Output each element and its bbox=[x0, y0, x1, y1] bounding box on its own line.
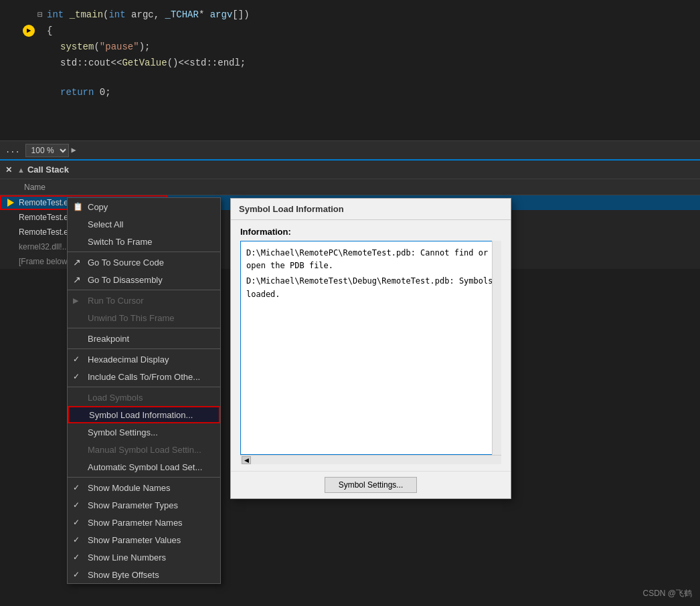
debug-arrow: ► bbox=[23, 25, 35, 37]
go-disassembly-icon: ↗ bbox=[73, 274, 81, 285]
menu-label-go-disassembly: Go To Disassembly bbox=[88, 275, 163, 285]
menu-item-manual-symbol: Manual Symbol Load Settin... bbox=[68, 441, 220, 458]
code-line-2: { ► bbox=[0, 23, 700, 39]
code-line-6: return 0; bbox=[0, 84, 700, 100]
run-cursor-icon: ▶ bbox=[73, 296, 78, 305]
menu-label-include-calls: Include Calls To/From Othe... bbox=[88, 372, 200, 382]
menu-label-symbol-load-info: Symbol Load Information... bbox=[89, 410, 193, 420]
menu-label-manual-symbol: Manual Symbol Load Settin... bbox=[88, 445, 201, 455]
dialog-hscroll: ◀ bbox=[240, 455, 501, 464]
menu-label-select-all: Select All bbox=[88, 219, 123, 229]
menu-label-unwind: Unwind To This Frame bbox=[88, 313, 175, 323]
collapse-up-icon[interactable]: ▲ bbox=[17, 166, 25, 174]
menu-item-select-all[interactable]: Select All bbox=[68, 215, 220, 233]
zoom-select[interactable]: 100 % 75 % 150 % bbox=[25, 144, 69, 157]
dialog-footer: Symbol Settings... bbox=[231, 471, 511, 498]
menu-item-show-param-values[interactable]: ✓ Show Parameter Values bbox=[68, 531, 220, 548]
menu-label-auto-symbol: Automatic Symbol Load Set... bbox=[88, 462, 202, 472]
menu-item-unwind: Unwind To This Frame bbox=[68, 309, 220, 326]
ellipsis-label: ... bbox=[5, 146, 20, 155]
dialog-info-label: Information: bbox=[240, 227, 501, 237]
menu-item-show-module-names[interactable]: ✓ Show Module Names bbox=[68, 479, 220, 496]
menu-item-include-calls[interactable]: ✓ Include Calls To/From Othe... bbox=[68, 368, 220, 385]
collapse-icon: ⊟ bbox=[37, 9, 43, 20]
code-line-3: system ( "pause" ); bbox=[0, 39, 700, 55]
separator-5 bbox=[68, 387, 220, 387]
menu-label-go-source: Go To Source Code bbox=[88, 258, 164, 268]
current-frame-icon bbox=[5, 197, 16, 208]
context-menu: 📋 Copy Select All Switch To Frame ↗ Go T… bbox=[67, 197, 221, 584]
check-include-calls: ✓ bbox=[73, 372, 80, 381]
menu-label-symbol-settings: Symbol Settings... bbox=[88, 427, 158, 437]
check-param-values: ✓ bbox=[73, 535, 80, 544]
dialog-body: Information: D:\Michael\RemotePC\RemoteT… bbox=[231, 220, 511, 471]
separator-1 bbox=[68, 251, 220, 252]
call-stack-columns: Name bbox=[0, 179, 700, 195]
separator-2 bbox=[68, 290, 220, 290]
menu-label-show-param-names: Show Parameter Names bbox=[88, 518, 183, 528]
check-hex: ✓ bbox=[73, 355, 80, 364]
menu-item-hex-display[interactable]: ✓ Hexadecimal Display bbox=[68, 350, 220, 368]
menu-item-copy[interactable]: 📋 Copy bbox=[68, 198, 220, 215]
menu-label-switch-frame: Switch To Frame bbox=[88, 237, 153, 247]
menu-item-show-byte-offsets[interactable]: ✓ Show Byte Offsets bbox=[68, 566, 220, 583]
menu-item-load-symbols: Load Symbols bbox=[68, 389, 220, 406]
dialog-title: Symbol Load Information bbox=[231, 199, 511, 220]
close-panel-button[interactable]: ✕ bbox=[5, 165, 12, 175]
copy-icon: 📋 bbox=[73, 202, 83, 211]
menu-item-symbol-settings[interactable]: Symbol Settings... bbox=[68, 423, 220, 441]
menu-item-switch-frame[interactable]: Switch To Frame bbox=[68, 233, 220, 250]
symbol-load-dialog: Symbol Load Information Information: D:\… bbox=[230, 198, 511, 499]
watermark: CSDN @飞鹤 bbox=[642, 588, 692, 599]
dialog-title-text: Symbol Load Information bbox=[239, 204, 344, 214]
menu-label-breakpoint: Breakpoint bbox=[88, 334, 129, 344]
call-stack-title: Call Stack bbox=[27, 165, 69, 175]
code-line-1: ⊟ int _tmain ( int argc, _TCHAR * argv [… bbox=[0, 7, 700, 23]
menu-item-auto-symbol[interactable]: Automatic Symbol Load Set... bbox=[68, 458, 220, 476]
call-stack-header: ✕ ▲ Call Stack bbox=[0, 161, 700, 179]
menu-label-run-cursor: Run To Cursor bbox=[88, 296, 144, 306]
menu-label-show-byte-offsets: Show Byte Offsets bbox=[88, 570, 159, 580]
check-param-names: ✓ bbox=[73, 518, 80, 527]
menu-label-copy: Copy bbox=[88, 202, 108, 212]
check-param-types: ✓ bbox=[73, 500, 80, 510]
menu-item-show-param-names[interactable]: ✓ Show Parameter Names bbox=[68, 514, 220, 531]
info-line-2: D:\Michael\RemoteTest\Debug\RemoteTest.p… bbox=[246, 275, 495, 300]
menu-label-hex: Hexadecimal Display bbox=[88, 355, 169, 365]
menu-item-symbol-load-info[interactable]: Symbol Load Information... bbox=[68, 406, 220, 423]
menu-item-run-cursor: ▶ Run To Cursor bbox=[68, 292, 220, 309]
row-icon-4 bbox=[5, 241, 16, 252]
menu-item-show-line-numbers[interactable]: ✓ Show Line Numbers bbox=[68, 548, 220, 566]
row-icon-3 bbox=[5, 227, 16, 237]
row-label-4: kernel32.dll!... bbox=[19, 242, 69, 251]
symbol-settings-button[interactable]: Symbol Settings... bbox=[325, 477, 418, 493]
separator-6 bbox=[68, 477, 220, 478]
menu-item-show-param-types[interactable]: ✓ Show Parameter Types bbox=[68, 496, 220, 514]
column-name: Name bbox=[24, 183, 46, 192]
menu-item-go-disassembly[interactable]: ↗ Go To Disassembly bbox=[68, 271, 220, 288]
menu-item-breakpoint[interactable]: Breakpoint bbox=[68, 330, 220, 347]
menu-item-go-source[interactable]: ↗ Go To Source Code bbox=[68, 254, 220, 271]
scroll-right-icon[interactable]: ▶ bbox=[72, 145, 76, 155]
row-icon-2 bbox=[5, 212, 16, 223]
code-line-4: std::cout<< GetValue ()<<std::endl; bbox=[0, 55, 700, 71]
go-source-icon: ↗ bbox=[73, 257, 81, 268]
code-editor: ⊟ int _tmain ( int argc, _TCHAR * argv [… bbox=[0, 0, 700, 140]
check-byte-offsets: ✓ bbox=[73, 570, 80, 579]
code-line-5 bbox=[0, 71, 700, 84]
dialog-info-container: D:\Michael\RemotePC\RemoteTest.pdb: Cann… bbox=[240, 241, 501, 455]
editor-toolbar: ... 100 % 75 % 150 % ▶ bbox=[0, 140, 700, 159]
separator-3 bbox=[68, 328, 220, 328]
keyword-int: int bbox=[47, 9, 64, 20]
check-line-numbers: ✓ bbox=[73, 552, 80, 562]
row-icon-5 bbox=[5, 256, 16, 267]
dialog-info-box[interactable]: D:\Michael\RemotePC\RemoteTest.pdb: Cann… bbox=[240, 241, 501, 455]
menu-label-show-param-values: Show Parameter Values bbox=[88, 535, 181, 545]
dialog-scrollbar[interactable] bbox=[492, 241, 501, 455]
check-module-names: ✓ bbox=[73, 483, 80, 492]
menu-label-show-line-numbers: Show Line Numbers bbox=[88, 552, 166, 563]
hscroll-left-btn[interactable]: ◀ bbox=[242, 456, 251, 464]
info-line-1: D:\Michael\RemotePC\RemoteTest.pdb: Cann… bbox=[246, 247, 495, 272]
menu-label-show-module-names: Show Module Names bbox=[88, 483, 171, 493]
separator-4 bbox=[68, 348, 220, 349]
